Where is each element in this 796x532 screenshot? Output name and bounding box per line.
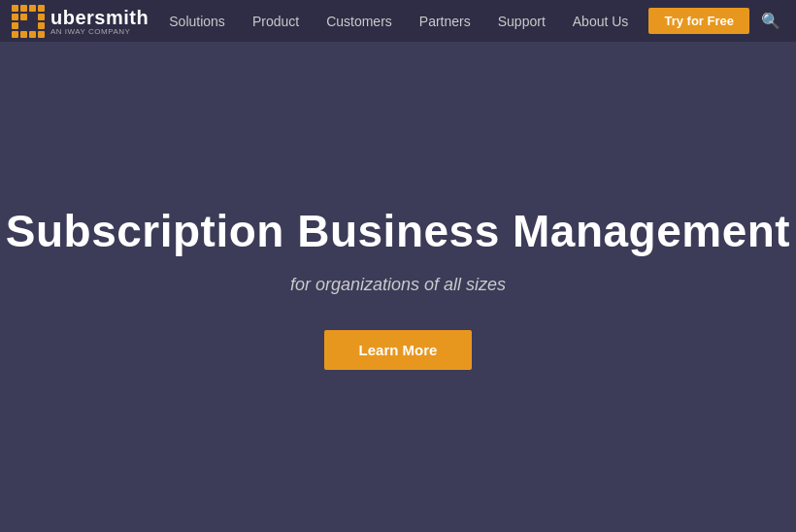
nav-item-customers[interactable]: Customers — [326, 14, 392, 29]
try-free-button[interactable]: Try for Free — [648, 8, 749, 34]
logo-block: ubersmith AN IWAY COMPANY — [50, 7, 149, 36]
hero-section: Subscription Business Management for org… — [0, 42, 796, 532]
navbar-nav: Solutions Product Customers Partners Sup… — [169, 13, 628, 30]
logo-text: ubersmith — [50, 7, 149, 29]
logo-tagline: AN IWAY COMPANY — [50, 27, 149, 36]
hero-subtitle: for organizations of all sizes — [290, 275, 506, 295]
learn-more-button[interactable]: Learn More — [324, 330, 473, 370]
hero-title: Subscription Business Management — [6, 205, 790, 257]
logo-grid-icon — [12, 5, 45, 38]
navbar: ubersmith AN IWAY COMPANY Solutions Prod… — [0, 0, 796, 42]
nav-item-product[interactable]: Product — [252, 14, 299, 29]
nav-item-about[interactable]: About Us — [573, 14, 629, 29]
search-icon[interactable]: 🔍 — [761, 12, 780, 30]
navbar-right: Try for Free 🔍 — [648, 8, 780, 34]
nav-item-partners[interactable]: Partners — [419, 14, 471, 29]
nav-item-support[interactable]: Support — [498, 14, 546, 29]
navbar-left: ubersmith AN IWAY COMPANY — [12, 5, 149, 38]
nav-item-solutions[interactable]: Solutions — [169, 14, 225, 29]
